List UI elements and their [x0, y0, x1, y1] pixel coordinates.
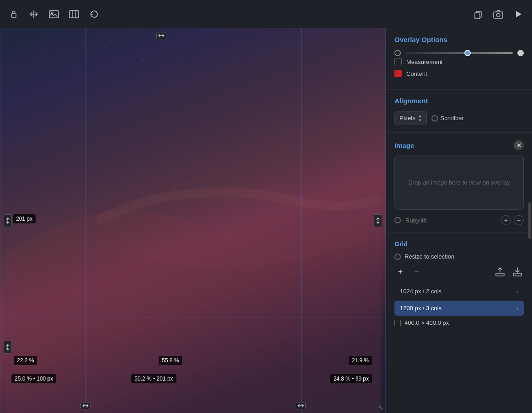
svg-point-19: [325, 60, 326, 61]
grid-add-button[interactable]: +: [394, 266, 406, 278]
rubylith-remove-button[interactable]: −: [514, 215, 524, 225]
scrollbar-option[interactable]: Scrollbar: [431, 115, 464, 122]
svg-point-13: [106, 46, 106, 47]
svg-point-14: [27, 88, 28, 88]
svg-point-11: [41, 55, 42, 56]
image-drop-zone[interactable]: Drop an image here to view on overlay: [394, 155, 524, 210]
pixels-dropdown[interactable]: Pixels ▲ ▼: [394, 111, 427, 125]
measure-col1-percent: 22.2 %: [14, 356, 37, 365]
rubylith-row: Rubylith + −: [394, 215, 524, 225]
toolbar: [0, 0, 532, 28]
toolbar-right: [472, 8, 525, 21]
play-icon[interactable]: [512, 8, 525, 21]
measure-bottom-row3: 24.8 % • 99 px: [330, 374, 372, 383]
svg-point-15: [142, 60, 143, 61]
refresh-icon[interactable]: [88, 8, 101, 21]
resize-indicator: ⤡: [378, 404, 384, 411]
alignment-title: Alignment: [394, 97, 524, 105]
svg-rect-8: [494, 12, 503, 18]
right-panel-scrollbar[interactable]: [528, 202, 531, 239]
measure-left-label: 201 px: [13, 214, 36, 223]
image-section-header: Image ✕: [394, 140, 524, 150]
image-title: Image: [394, 142, 414, 149]
lock-icon[interactable]: [7, 8, 20, 21]
opacity-slider-track[interactable]: [405, 52, 513, 54]
measurement-checkbox[interactable]: [394, 58, 402, 65]
opacity-slider-row[interactable]: [394, 50, 524, 56]
copy-icon[interactable]: [472, 8, 484, 21]
measurement-row[interactable]: Measurement: [394, 58, 524, 65]
content-checkbox[interactable]: [394, 70, 402, 77]
alignment-section: Alignment Pixels ▲ ▼ Scrollbar: [386, 90, 532, 133]
svg-point-20: [348, 78, 349, 79]
camera-icon[interactable]: [492, 8, 505, 21]
measure-col3-percent: 21.9 %: [349, 356, 372, 365]
content-row[interactable]: Content: [394, 70, 524, 77]
overlay-options-section: Overlay Options Measurement: [386, 28, 532, 90]
content-label: Content: [406, 70, 427, 77]
rubylith-add-button[interactable]: +: [501, 215, 511, 225]
alignment-row: Pixels ▲ ▼ Scrollbar: [394, 111, 524, 125]
resize-selection-label: Resize to selection: [404, 253, 454, 260]
top-col-handle[interactable]: [156, 32, 166, 39]
grid-remove-button[interactable]: −: [411, 266, 423, 278]
measure-bottom-row1: 25.0 % • 100 px: [11, 374, 56, 383]
grid-section-title: Grid: [394, 240, 524, 248]
bottom-col-handle-1[interactable]: [80, 402, 90, 409]
image-icon[interactable]: [48, 8, 60, 21]
canvas-image: [0, 28, 386, 413]
pixels-label: Pixels: [399, 115, 415, 122]
columns-icon[interactable]: [68, 8, 80, 21]
right-panel-wrapper: Overlay Options Measurement: [386, 28, 532, 413]
image-section: Image ✕ Drop an image here to view on ov…: [386, 133, 532, 233]
grid-item-1-chevron: ›: [516, 288, 518, 295]
size-box-icon: [394, 320, 401, 326]
svg-point-16: [188, 51, 189, 52]
left-scroll-handle[interactable]: [4, 214, 12, 227]
grid-download-button[interactable]: [511, 265, 524, 278]
svg-marker-10: [516, 11, 521, 17]
rubylith-label: Rubylith: [405, 217, 427, 224]
scrollbar-label: Scrollbar: [441, 115, 464, 122]
size-label: 400.0 × 400.0 px: [404, 319, 449, 326]
right-scroll-handle[interactable]: [374, 214, 382, 227]
svg-rect-7: [475, 13, 480, 19]
svg-point-18: [280, 48, 280, 49]
resize-selection-radio[interactable]: [394, 254, 401, 260]
chevrons-icon: ▲ ▼: [418, 114, 422, 122]
left-bottom-handle[interactable]: [4, 341, 12, 354]
slider-left-circle: [394, 50, 401, 56]
svg-point-9: [496, 13, 500, 17]
scrollbar-radio[interactable]: [431, 115, 438, 122]
drop-zone-text: Drop an image here to view on overlay: [408, 179, 510, 186]
grid-resize-row[interactable]: Resize to selection: [394, 253, 524, 260]
measure-col2-percent: 55.8 %: [159, 356, 182, 365]
grid-section: Grid Resize to selection + −: [386, 233, 532, 413]
canvas-area[interactable]: 201 px 25.0 % • 100 px 50.2 % • 201 px 2…: [0, 28, 386, 413]
grid-item-2-chevron: ›: [516, 305, 518, 312]
move-icon[interactable]: [27, 8, 40, 21]
svg-point-12: [74, 69, 74, 70]
size-row: 400.0 × 400.0 px: [394, 318, 524, 328]
overlay-options-title: Overlay Options: [394, 36, 524, 43]
rubylith-radio[interactable]: [394, 217, 401, 223]
grid-actions-row: + −: [394, 265, 524, 278]
image-close-button[interactable]: ✕: [514, 140, 524, 150]
svg-point-17: [234, 64, 234, 65]
svg-rect-22: [513, 273, 521, 276]
grid-item-2-label: 1200 px / 3 cols: [400, 305, 442, 312]
svg-point-2: [51, 12, 53, 14]
grid-upload-button[interactable]: [494, 265, 506, 278]
main-area: 201 px 25.0 % • 100 px 50.2 % • 201 px 2…: [0, 28, 532, 413]
measurement-label: Measurement: [406, 58, 442, 65]
svg-rect-3: [69, 11, 79, 18]
grid-item-2[interactable]: 1200 px / 3 cols ›: [394, 301, 524, 316]
measure-bottom-row2: 50.2 % • 201 px: [131, 374, 176, 383]
grid-item-1-label: 1024 px / 2 cols: [400, 288, 442, 295]
right-panel: Overlay Options Measurement: [386, 28, 532, 413]
svg-rect-21: [496, 273, 504, 276]
opacity-slider-thumb[interactable]: [464, 50, 471, 56]
bottom-col-handle-2[interactable]: [296, 402, 306, 409]
grid-item-1[interactable]: 1024 px / 2 cols ›: [394, 284, 524, 299]
slider-right-circle: [517, 50, 524, 56]
